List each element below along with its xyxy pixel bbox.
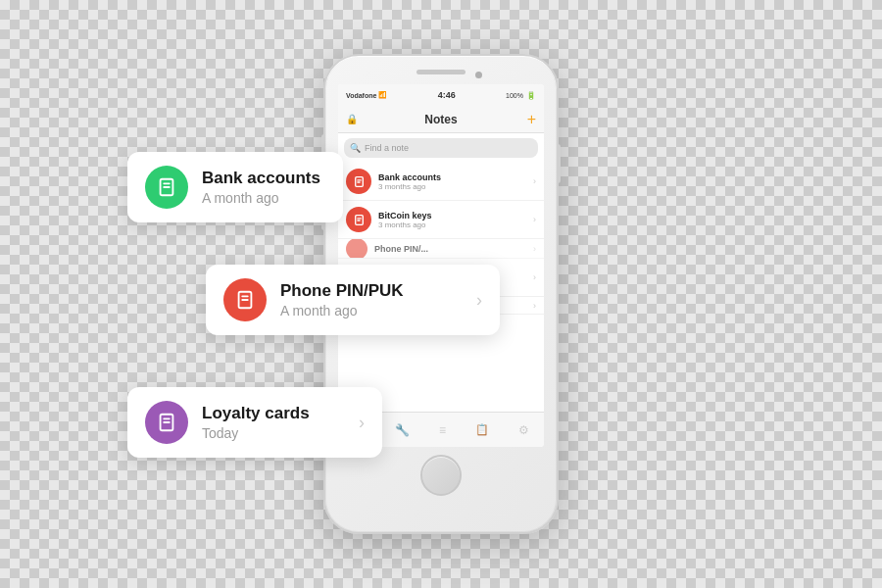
status-time: 4:46 — [438, 90, 456, 100]
mute-button — [321, 134, 325, 154]
home-button[interactable] — [420, 455, 462, 496]
loyalty-icon-circle — [145, 401, 188, 444]
list-icon-bank — [346, 169, 371, 194]
battery-label: 100% — [506, 92, 523, 99]
phone-pin-chevron: › — [476, 290, 482, 311]
bank-card-text: Bank accounts A month ago — [202, 169, 325, 206]
bank-list-title: Bank accounts — [378, 172, 526, 182]
note-icon-3 — [156, 412, 177, 433]
list-icon-bitcoin — [346, 207, 371, 232]
note-icon-list-1 — [353, 175, 366, 188]
status-bar: Vodafone 📶 4:46 100% 🔋 — [338, 84, 544, 106]
note-icon — [156, 176, 177, 198]
phone-pin-card[interactable]: Phone PIN/PUK A month ago › — [206, 265, 500, 335]
tab-notes[interactable]: 📋 — [475, 423, 489, 436]
bitcoin-chevron: › — [533, 215, 536, 224]
phone-pin-icon-circle — [223, 278, 267, 321]
list-item-phone-pin-text: Phone PIN/... — [374, 244, 526, 254]
phone-pin-card-subtitle: A month ago — [280, 303, 463, 318]
loyalty-list-chevron: › — [533, 301, 536, 311]
tab-search[interactable]: 🔧 — [395, 423, 410, 437]
phone-speaker — [416, 70, 466, 74]
bank-chevron: › — [533, 176, 536, 186]
list-item[interactable]: Bank accounts 3 months ago › — [338, 163, 544, 201]
bank-card-subtitle: A month ago — [202, 190, 325, 206]
carrier-label: Vodafone — [346, 92, 376, 99]
phone-pin-list-title: Phone PIN/... — [374, 244, 526, 254]
battery-icon: 🔋 — [526, 91, 536, 100]
loyalty-cards-card[interactable]: Loyalty cards Today › — [127, 387, 382, 458]
list-item-bitcoin[interactable]: BitCoin keys 3 months ago › — [338, 201, 544, 239]
tab-settings[interactable]: ⚙ — [518, 423, 529, 437]
bank-icon-circle — [145, 166, 188, 209]
phone-pin-list-chevron: › — [533, 244, 536, 254]
list-item-bitcoin-text: BitCoin keys 3 months ago — [378, 211, 526, 229]
note-icon-list-2 — [353, 214, 366, 226]
bank-accounts-card[interactable]: Bank accounts A month ago — [127, 152, 343, 222]
search-icon: 🔍 — [350, 143, 361, 153]
nav-title: Notes — [424, 113, 457, 126]
wifi-icon: 📶 — [378, 91, 387, 99]
loyalty-chevron: › — [359, 413, 365, 433]
lock-icon: 🔒 — [346, 114, 358, 124]
search-placeholder: Find a note — [365, 143, 409, 153]
status-right: 100% 🔋 — [506, 91, 536, 100]
phone-pin-card-title: Phone PIN/PUK — [280, 281, 463, 301]
tab-list[interactable]: ≡ — [439, 423, 446, 437]
status-left: Vodafone 📶 — [346, 91, 387, 99]
navigation-bar: 🔒 Notes + — [338, 106, 544, 133]
bank-card-title: Bank accounts — [202, 169, 325, 188]
add-note-button[interactable]: + — [527, 111, 536, 128]
loyalty-card-subtitle: Today — [202, 425, 345, 441]
bitcoin-list-sub: 3 months ago — [378, 220, 526, 229]
list-item-phone-pin-partial[interactable]: Phone PIN/... › — [338, 239, 544, 259]
jansbz-chevron: › — [533, 272, 536, 282]
loyalty-card-title: Loyalty cards — [202, 404, 345, 423]
list-icon-phone-pin — [346, 239, 368, 259]
phone-pin-card-text: Phone PIN/PUK A month ago — [280, 281, 463, 318]
note-icon-2 — [234, 289, 256, 311]
list-item-bank-text: Bank accounts 3 months ago — [378, 172, 526, 191]
loyalty-card-text: Loyalty cards Today — [202, 404, 345, 441]
power-button — [557, 144, 561, 183]
search-bar[interactable]: 🔍 Find a note — [344, 138, 538, 158]
bitcoin-list-title: BitCoin keys — [378, 211, 526, 220]
bank-list-sub: 3 months ago — [378, 182, 526, 191]
phone-camera — [475, 72, 482, 78]
